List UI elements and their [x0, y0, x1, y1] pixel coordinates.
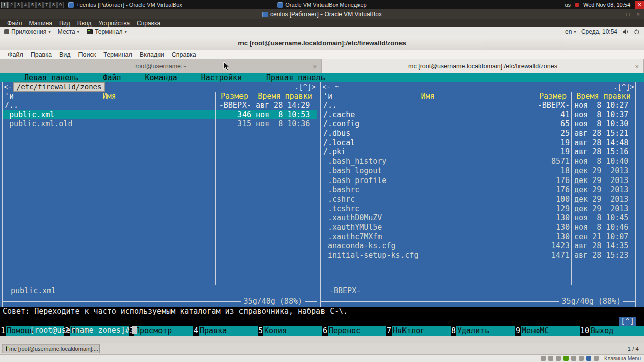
workspace-button[interactable]: 5: [29, 2, 36, 8]
minimize-icon[interactable]: —: [614, 11, 619, 17]
guest-clock[interactable]: Среда, 10:54: [581, 28, 617, 35]
column-header-size[interactable]: Размер: [216, 92, 253, 101]
keyboard-layout-indicator[interactable]: en ▾: [565, 28, 576, 35]
terminal-menu-item[interactable]: Вид: [59, 51, 71, 58]
workspace-button[interactable]: 6: [36, 2, 43, 8]
host-close-button[interactable]: ×: [635, 1, 644, 9]
terminal-menu-item[interactable]: Справка: [172, 51, 196, 58]
file-row[interactable]: /.cache 41 ноя 8 10:37: [321, 110, 635, 120]
column-header-mtime[interactable]: Время правки: [572, 92, 635, 101]
file-row[interactable]: public.xml 346 ноя 8 10:53: [3, 110, 317, 120]
network-icon[interactable]: [564, 356, 569, 361]
file-row[interactable]: /.pki 19 авг 28 15:16: [321, 147, 635, 157]
display-icon[interactable]: [586, 356, 591, 361]
workspace-button[interactable]: 7: [43, 2, 50, 8]
workspace-button[interactable]: 2: [8, 2, 15, 8]
file-size: 130: [534, 213, 572, 223]
notification-icon[interactable]: [575, 3, 579, 7]
mouse-integration-icon[interactable]: [594, 356, 599, 361]
fkey-button[interactable]: 3 Просмотр: [129, 326, 193, 336]
column-header-name[interactable]: Имя: [321, 92, 534, 101]
places-menu[interactable]: Места ▾: [58, 28, 79, 35]
file-row[interactable]: .cshrc 100 дек 29 2013: [321, 195, 635, 204]
mc-command-line[interactable]: [root@username zones]# [^]: [0, 316, 644, 326]
maximize-icon[interactable]: □: [626, 11, 630, 17]
file-row[interactable]: .bash_profile 176 дек 29 2013: [321, 176, 635, 186]
workspace-button[interactable]: 4: [22, 2, 29, 8]
close-icon[interactable]: ×: [637, 11, 640, 17]
scroll-up-button[interactable]: [^]: [619, 317, 636, 326]
mc-menu-item[interactable]: Команда: [145, 73, 177, 82]
file-row[interactable]: /.local 19 авг 28 14:48: [321, 138, 635, 148]
virtualbox-menu-item[interactable]: Устройства: [98, 20, 130, 27]
virtualbox-menu-item[interactable]: Справка: [137, 20, 160, 27]
virtualbox-menu-item[interactable]: Ввод: [77, 20, 92, 27]
workspace-button[interactable]: 8: [50, 2, 57, 8]
terminal-menu-item[interactable]: Правка: [31, 51, 52, 58]
file-row[interactable]: /.. -ВВЕРХ- ноя 8 10:27: [321, 101, 635, 110]
audio-icon[interactable]: [556, 356, 561, 361]
virtualbox-menu-item[interactable]: Файл: [7, 20, 22, 27]
panel-corner-right[interactable]: .[^]>: [294, 83, 317, 91]
panel-corner-right[interactable]: .[^]>: [612, 83, 635, 91]
workspace-pager[interactable]: 1 / 4: [628, 346, 639, 352]
file-row[interactable]: .tcshrc 129 дек 29 2013: [321, 204, 635, 214]
terminal-menu-item[interactable]: Вкладки: [140, 51, 164, 58]
mc-menu-item[interactable]: Настройки: [201, 73, 242, 82]
file-row[interactable]: /.. -ВВЕРХ- авг 28 14:29: [3, 101, 317, 110]
mc-menu-item[interactable]: Правая панель: [266, 73, 325, 82]
file-row[interactable]: .xauthYMUl5e 130 ноя 8 10:46: [321, 223, 635, 232]
shared-folders-icon[interactable]: [579, 356, 584, 361]
workspace-button[interactable]: 3: [15, 2, 22, 8]
fkey-button[interactable]: 6 Перенос: [322, 326, 386, 336]
file-row[interactable]: initial-setup-ks.cfg 1471 авг 28 15:23: [321, 251, 635, 260]
app-menu-terminal[interactable]: Терминал ▾: [87, 28, 127, 35]
column-header-mtime[interactable]: Время правки: [253, 92, 317, 101]
power-icon[interactable]: [634, 29, 640, 35]
workspace-button[interactable]: 1: [1, 2, 8, 8]
file-row[interactable]: anaconda-ks.cfg 1423 авг 28 14:35: [321, 241, 635, 251]
file-row[interactable]: .bashrc 176 дек 29 2013: [321, 185, 635, 195]
file-row[interactable]: .xauthD0MuZV 130 ноя 8 10:45: [321, 213, 635, 223]
fkey-button[interactable]: 8 Удалить: [451, 326, 515, 336]
file-row[interactable]: /.config 65 ноя 8 10:30: [321, 119, 635, 129]
terminal-menu-item[interactable]: Терминал: [103, 51, 132, 58]
virtualbox-menu-item[interactable]: Машина: [29, 20, 52, 27]
fkey-button[interactable]: 5 Копия: [258, 326, 322, 336]
close-icon[interactable]: ×: [635, 62, 639, 70]
column-header-size[interactable]: Размер: [534, 92, 572, 101]
taskbar-window-button[interactable]: mc [root@username.localdomain]:...: [2, 344, 100, 353]
usb-icon[interactable]: [571, 356, 576, 361]
terminal-menu-item[interactable]: Поиск: [78, 51, 96, 58]
fkey-button[interactable]: 9 МенюМС: [515, 326, 580, 336]
panel-corner-left[interactable]: <-: [321, 83, 332, 91]
fkey-button[interactable]: 10 Выход: [580, 326, 644, 336]
mc-menu-item[interactable]: Левая панель: [24, 73, 78, 82]
file-row[interactable]: .xauthc7MXfm 130 сен 21 10:07: [321, 232, 635, 242]
host-center-title[interactable]: Oracle VM VirtualBox Менеджер: [277, 2, 366, 8]
host-keyboard-layout[interactable]: us: [565, 2, 571, 8]
left-panel-file-list: /.. -ВВЕРХ- авг 28 14:29 public.xml 346 …: [3, 101, 317, 129]
file-row[interactable]: .bash_history 8571 ноя 8 10:40: [321, 157, 635, 166]
terminal-tab-home[interactable]: root@username:~ ×: [0, 59, 322, 73]
panel-corner-left[interactable]: <-: [3, 83, 13, 91]
column-header-name[interactable]: Имя: [3, 92, 216, 101]
mc-menu-item[interactable]: Файл: [103, 73, 121, 82]
virtualbox-menu-item[interactable]: Вид: [59, 20, 70, 27]
terminal-titlebar[interactable]: mc [root@username.localdomain]:/etc/fire…: [0, 36, 644, 50]
hard-disk-icon[interactable]: [541, 356, 546, 361]
fkey-button[interactable]: 7 НвКтлог: [386, 326, 451, 336]
host-window-title[interactable]: +centos [Работает] - Oracle VM VirtualBo…: [68, 2, 182, 8]
file-mtime: авг 28 14:48: [572, 138, 635, 148]
workspace-button[interactable]: 9: [57, 2, 64, 8]
file-row[interactable]: .bash_logout 18 дек 29 2013: [321, 166, 635, 176]
terminal-menu-item[interactable]: Файл: [8, 51, 23, 58]
close-icon[interactable]: ×: [313, 62, 317, 70]
file-row[interactable]: public.xml.old 315 ноя 8 10:36: [3, 119, 317, 129]
optical-disk-icon[interactable]: [548, 356, 553, 361]
applications-menu[interactable]: Приложения ▾: [4, 28, 51, 35]
file-row[interactable]: /.dbus 25 авг 28 15:21: [321, 129, 635, 138]
terminal-tab-mc[interactable]: mc [root@username.localdomain]:/etc/fire…: [322, 59, 644, 73]
volume-icon[interactable]: [622, 29, 629, 35]
fkey-button[interactable]: 4 Правка: [193, 326, 258, 336]
